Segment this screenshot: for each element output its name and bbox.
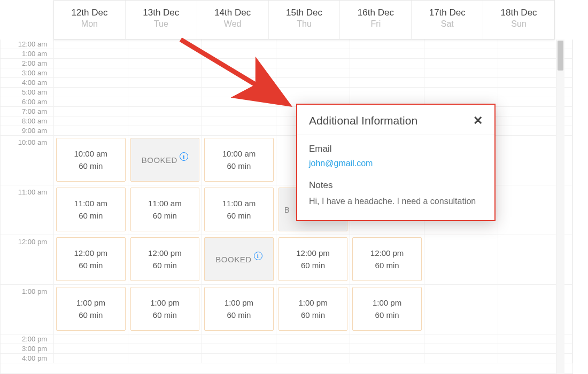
day-header-sun[interactable]: 18th Dec Sun (483, 1, 554, 39)
day-header-wed[interactable]: 14th Dec Wed (197, 1, 269, 39)
row-12pm: 12:00 pm 12:00 pm60 min 12:00 pm60 min B… (1, 235, 572, 285)
slot-fri-1pm[interactable]: 1:00 pm60 min (352, 287, 422, 331)
day-date: 14th Dec (197, 7, 268, 18)
slot-mon-1pm[interactable]: 1:00 pm60 min (56, 287, 126, 331)
close-icon[interactable]: ✕ (473, 115, 483, 127)
time-label: 3:00 am (1, 68, 54, 77)
time-label: 8:00 am (1, 116, 54, 126)
additional-info-popover: Additional Information ✕ Email john@gmai… (296, 104, 496, 221)
day-date: 17th Dec (412, 7, 483, 18)
slot-thu-12pm[interactable]: 12:00 pm60 min (278, 237, 348, 281)
calendar-header-row: 12th Dec Mon 13th Dec Tue 14th Dec Wed 1… (53, 0, 555, 40)
slot-wed-12pm-booked[interactable]: BOOKEDi (204, 237, 274, 281)
booked-label: BOOKED (142, 155, 177, 165)
time-label: 9:00 am (1, 126, 54, 135)
day-date: 13th Dec (126, 7, 197, 18)
day-dow: Mon (54, 19, 125, 29)
time-label: 4:00 pm (1, 354, 54, 363)
popover-body: Email john@gmail.com Notes Hi, I have a … (297, 135, 494, 220)
day-header-tue[interactable]: 13th Dec Tue (126, 1, 197, 39)
day-dow: Tue (126, 19, 197, 29)
email-link[interactable]: john@gmail.com (309, 159, 483, 168)
time-label: 6:00 am (1, 97, 54, 106)
slot-mon-11am[interactable]: 11:00 am60 min (56, 188, 126, 231)
slot-mon-10am[interactable]: 10:00 am60 min (56, 138, 126, 182)
time-label: 1:00 pm (1, 285, 54, 334)
time-label: 3:00 pm (1, 344, 54, 353)
day-dow: Wed (197, 19, 268, 29)
info-icon[interactable]: i (180, 152, 188, 161)
slot-thu-1pm[interactable]: 1:00 pm60 min (278, 287, 348, 331)
time-label: 4:00 am (1, 78, 54, 87)
slot-tue-10am-booked[interactable]: BOOKEDi (130, 138, 200, 182)
day-header-mon[interactable]: 12th Dec Mon (54, 1, 126, 39)
time-label: 11:00 am (1, 185, 54, 235)
slot-tue-1pm[interactable]: 1:00 pm60 min (130, 287, 200, 331)
info-icon[interactable]: i (254, 252, 262, 260)
day-header-thu[interactable]: 15th Dec Thu (269, 1, 341, 39)
day-dow: Fri (340, 19, 411, 29)
scrollbar-thumb[interactable] (558, 41, 563, 71)
time-label: 2:00 pm (1, 334, 54, 344)
booked-label: BOOKED (215, 255, 251, 264)
day-dow: Sun (483, 19, 554, 29)
slot-tue-12pm[interactable]: 12:00 pm60 min (130, 237, 200, 281)
notes-text: Hi, I have a headache. I need a consulta… (309, 195, 483, 208)
time-label: 5:00 am (1, 88, 54, 97)
time-label: 7:00 am (1, 107, 54, 116)
scrollbar[interactable] (556, 40, 564, 374)
day-date: 15th Dec (269, 7, 340, 18)
notes-label: Notes (309, 180, 483, 191)
row-1pm: 1:00 pm 1:00 pm60 min 1:00 pm60 min 1:00… (1, 285, 572, 334)
slot-fri-12pm[interactable]: 12:00 pm60 min (352, 237, 422, 281)
popover-title: Additional Information (309, 114, 417, 127)
day-header-sat[interactable]: 17th Dec Sat (412, 1, 483, 39)
day-date: 12th Dec (54, 7, 125, 18)
day-header-fri[interactable]: 16th Dec Fri (340, 1, 412, 39)
slot-wed-11am[interactable]: 11:00 am60 min (204, 188, 274, 231)
email-label: Email (309, 144, 483, 154)
time-label: 12:00 pm (1, 235, 54, 284)
time-label: 12:00 am (1, 40, 54, 49)
popover-header: Additional Information ✕ (297, 105, 494, 135)
time-label: 2:00 am (1, 59, 54, 68)
slot-mon-12pm[interactable]: 12:00 pm60 min (56, 237, 126, 281)
slot-wed-10am[interactable]: 10:00 am60 min (204, 138, 274, 182)
day-date: 16th Dec (340, 7, 411, 18)
slot-wed-1pm[interactable]: 1:00 pm60 min (204, 287, 274, 331)
day-dow: Sat (412, 19, 483, 29)
time-label: 1:00 am (1, 49, 54, 58)
slot-tue-11am[interactable]: 11:00 am60 min (130, 188, 200, 231)
day-dow: Thu (269, 19, 340, 29)
day-date: 18th Dec (483, 7, 554, 18)
time-label: 10:00 am (1, 136, 54, 185)
